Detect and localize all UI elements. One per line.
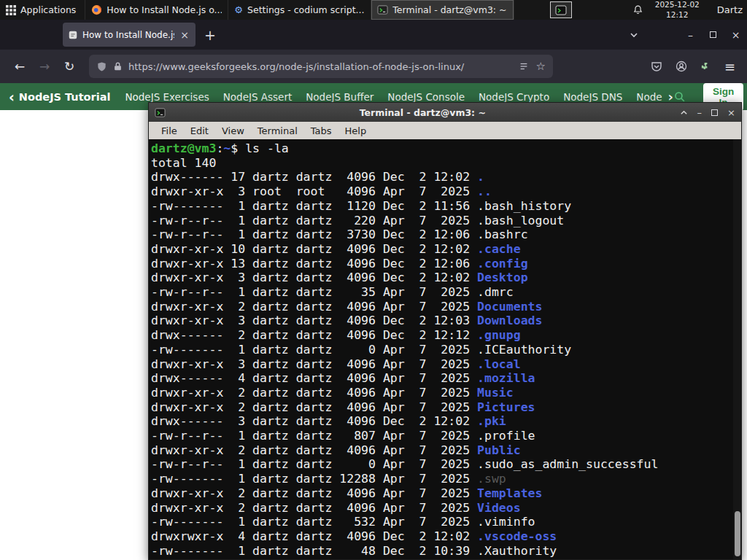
lock-icon[interactable] [113, 61, 123, 71]
shield-icon[interactable] [96, 61, 107, 72]
site-nav-link-nodejs-dns[interactable]: NodeJS DNS [563, 91, 622, 103]
file-entry: Documents [477, 300, 542, 314]
site-nav-link-nodejs-crypto[interactable]: NodeJS Crypto [479, 91, 549, 103]
site-nav-link-nodejs-buffer[interactable]: NodeJS Buffer [306, 91, 374, 103]
bell-icon [632, 4, 643, 15]
nodejs-tutorial-link[interactable]: ‹ NodeJS Tutorial [9, 89, 110, 105]
reload-button[interactable]: ↻ [57, 59, 82, 74]
forward-button[interactable]: → [32, 59, 57, 74]
site-nav-link-nodejs-exercises[interactable]: NodeJS Exercises [125, 91, 209, 103]
file-entry: .config [477, 257, 528, 271]
file-entry: .gnupg [477, 328, 521, 342]
terminal-icon [155, 107, 166, 118]
list-all-tabs-button[interactable] [622, 31, 646, 39]
search-icon [673, 90, 686, 103]
file-entry: Videos [477, 501, 521, 515]
file-entry: .. [477, 184, 492, 198]
terminal-scrollbar[interactable] [733, 139, 741, 559]
terminal-menu-help[interactable]: Help [338, 125, 374, 136]
terminal-maximize-button[interactable] [711, 109, 718, 116]
chevron-left-icon: ‹ [9, 89, 15, 105]
site-search-button[interactable] [673, 90, 686, 103]
terminal-icon [377, 4, 388, 15]
terminal-close-button[interactable]: × [727, 107, 735, 118]
new-tab-button[interactable]: + [196, 27, 225, 43]
file-entry: .pki [477, 414, 506, 428]
site-nav-link-node[interactable]: Node [636, 91, 662, 103]
file-entry: .xscreensaver [477, 558, 571, 559]
file-entry: .local [477, 357, 521, 371]
clock-time: 12:12 [655, 10, 700, 20]
nodejs-tutorial-label: NodeJS Tutorial [19, 91, 111, 103]
window-close-button[interactable]: × [724, 29, 747, 41]
bookmark-star-icon[interactable]: ☆ [536, 60, 546, 73]
terminal-menu-terminal[interactable]: Terminal [251, 125, 304, 136]
applications-grid-icon [6, 5, 16, 15]
terminal-screen[interactable]: dartz@vm3:~$ ls -la total 140 drwx------… [149, 139, 741, 559]
browser-toolbar: ← → ↻ https://www.geeksforgeeks.org/node… [0, 50, 747, 83]
window-minimize-button[interactable]: – [679, 29, 702, 41]
file-entry: .sudo_as_admin_successful [477, 457, 658, 471]
applications-label: Applications [20, 4, 76, 15]
terminal-menu-tabs[interactable]: Tabs [304, 125, 338, 136]
site-nav-items: NodeJS ExercisesNodeJS AssertNodeJS Buff… [125, 91, 662, 103]
file-entry: .cache [477, 242, 521, 256]
terminal-menubar: FileEditViewTerminalTabsHelp [149, 122, 741, 139]
clock-date: 2025-12-02 [655, 0, 700, 9]
pocket-icon[interactable] [651, 61, 662, 72]
desktop: Applications How to Install Node.js o...… [0, 0, 747, 560]
chevron-down-icon [630, 31, 638, 39]
reader-view-icon[interactable] [519, 61, 529, 71]
file-entry: .bash_history [477, 199, 571, 213]
tab-favicon [68, 30, 78, 40]
terminal-icon [555, 4, 567, 16]
terminal-titlebar[interactable]: Terminal - dartz@vm3: ~ – × [149, 103, 741, 122]
terminal-output: dartz@vm3:~$ ls -la total 140 drwx------… [149, 139, 741, 559]
terminal-menu-view[interactable]: View [215, 125, 251, 136]
window-maximize-button[interactable] [702, 31, 724, 38]
rollup-chevron-icon[interactable] [680, 109, 688, 117]
account-icon[interactable] [676, 61, 687, 72]
site-nav-link-nodejs-console[interactable]: NodeJS Console [387, 91, 465, 103]
extensions-puzzle-icon[interactable] [700, 61, 711, 72]
file-entry: .vscode-oss [477, 529, 557, 543]
url-text: https://www.geeksforgeeks.org/node-js/in… [128, 61, 513, 72]
tray-terminal-icon[interactable] [550, 1, 572, 18]
hamburger-menu-icon[interactable]: ≡ [724, 59, 735, 74]
file-entry: .profile [477, 429, 535, 443]
taskbar-item-terminal[interactable]: Terminal - dartz@vm3: ~ [371, 0, 514, 20]
notifications-button[interactable] [629, 4, 648, 15]
terminal-menu-file[interactable]: File [155, 125, 184, 136]
file-entry: .swp [477, 472, 506, 486]
top-panel: Applications How to Install Node.js o...… [0, 0, 747, 20]
firefox-icon [91, 4, 102, 15]
gear-icon: ⚙ [234, 4, 243, 15]
terminal-minimize-button[interactable]: – [697, 107, 703, 118]
terminal-menu-edit[interactable]: Edit [184, 125, 215, 136]
file-entry: Desktop [477, 271, 528, 284]
file-entry: .ICEauthority [477, 343, 571, 357]
url-bar[interactable]: https://www.geeksforgeeks.org/node-js/in… [89, 55, 553, 78]
file-entry: Public [477, 443, 521, 457]
taskbar-item-browser[interactable]: How to Install Node.js o... [85, 0, 228, 20]
applications-menu-button[interactable]: Applications [0, 0, 85, 20]
file-entry: .viminfo [477, 515, 535, 529]
file-entry: .mozilla [477, 371, 535, 385]
scrollbar-thumb[interactable] [735, 511, 740, 556]
tab-close-icon[interactable]: × [179, 29, 190, 41]
taskbar-label: Settings - codium script... [247, 4, 364, 15]
terminal-title: Terminal - dartz@vm3: ~ [166, 107, 680, 118]
maximize-icon [710, 31, 716, 38]
file-entry: Music [477, 386, 514, 400]
back-button[interactable]: ← [7, 59, 32, 74]
site-nav-link-nodejs-assert[interactable]: NodeJS Assert [223, 91, 293, 103]
file-entry: .dmrc [477, 285, 514, 299]
taskbar-item-settings[interactable]: ⚙ Settings - codium script... [228, 0, 371, 20]
panel-clock[interactable]: 2025-12-02 12:12 [648, 0, 707, 19]
taskbar-label: Terminal - dartz@vm3: ~ [392, 4, 506, 15]
file-entry: Templates [477, 486, 542, 500]
file-entry: Pictures [477, 400, 535, 414]
terminal-window: Terminal - dartz@vm3: ~ – × FileEditView… [148, 102, 742, 560]
browser-tab[interactable]: How to Install Node.js on × [63, 23, 196, 47]
panel-user-label: Dartz [707, 4, 747, 15]
